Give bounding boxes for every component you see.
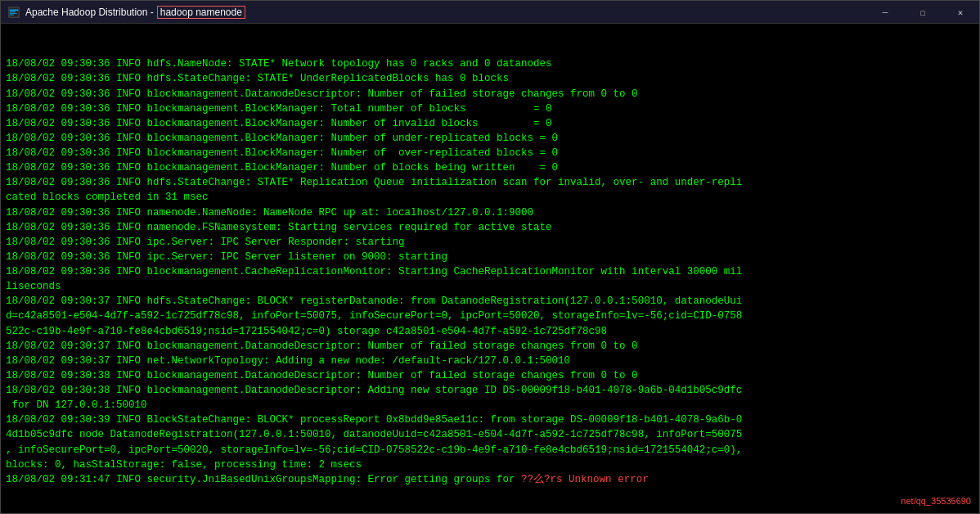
close-button[interactable]: ✕ (942, 1, 979, 24)
window-title: Apache Hadoop Distribution - hadoop name… (25, 6, 245, 19)
window-controls[interactable]: — ☐ ✕ (866, 1, 979, 24)
console-line: 18/08/02 09:30:37 INFO net.NetworkTopolo… (6, 354, 974, 368)
svg-rect-4 (10, 14, 14, 15)
watermark: net/qq_35535690 (901, 495, 971, 508)
title-prefix: Apache Hadoop Distribution - (25, 7, 154, 18)
console-line: d=c42a8501-e504-4d7f-a592-1c725df78c98, … (6, 309, 974, 323)
console-line: 18/08/02 09:30:36 INFO blockmanagement.C… (6, 264, 974, 279)
console-line: cated blocks completed in 31 msec (6, 190, 974, 205)
console-line: 18/08/02 09:30:39 INFO BlockStateChange:… (6, 413, 974, 427)
console-line: 18/08/02 09:30:38 INFO blockmanagement.D… (6, 383, 974, 398)
console-line: 18/08/02 09:30:36 INFO hdfs.NameNode: ST… (6, 56, 974, 71)
console-lines: 18/08/02 09:30:36 INFO hdfs.NameNode: ST… (6, 56, 974, 487)
console-line: 18/08/02 09:30:36 INFO ipc.Server: IPC S… (6, 250, 974, 264)
console-line: 18/08/02 09:30:36 INFO hdfs.StateChange:… (6, 71, 974, 86)
svg-rect-2 (10, 11, 16, 12)
console-line: 18/08/02 09:30:37 INFO blockmanagement.D… (6, 339, 974, 354)
console-line: , infoSecurePort=0, ipcPort=50020, stora… (6, 443, 974, 458)
console-line: 18/08/02 09:30:36 INFO blockmanagement.B… (6, 160, 974, 175)
console-line: 18/08/02 09:30:36 INFO blockmanagement.D… (6, 87, 974, 101)
console-line: 18/08/02 09:30:36 INFO ipc.Server: IPC S… (6, 235, 974, 250)
app-icon (7, 6, 20, 19)
title-command: hadoop namenode (157, 6, 245, 19)
console-line: 18/08/02 09:30:36 INFO namenode.NameNode… (6, 205, 974, 220)
title-bar: Apache Hadoop Distribution - hadoop name… (1, 1, 979, 24)
console-line: 18/08/02 09:31:47 INFO security.JniBased… (6, 472, 974, 487)
console-line: 18/08/02 09:30:36 INFO blockmanagement.B… (6, 131, 974, 146)
console-output: 18/08/02 09:30:36 INFO hdfs.NameNode: ST… (1, 24, 979, 513)
console-line: blocks: 0, hasStalStorage: false, proces… (6, 458, 974, 472)
console-line: 18/08/02 09:30:37 INFO hdfs.StateChange:… (6, 294, 974, 309)
console-line: 18/08/02 09:30:36 INFO namenode.FSNamesy… (6, 220, 974, 235)
maximize-button[interactable]: ☐ (904, 1, 942, 24)
console-line: 18/08/02 09:30:38 INFO blockmanagement.D… (6, 368, 974, 383)
console-line: for DN 127.0.0.1:50010 (6, 398, 974, 413)
console-line: 18/08/02 09:30:36 INFO blockmanagement.B… (6, 101, 974, 116)
console-line: 522c-c19b-4e9f-a710-fe8e4cbd6519;nsid=17… (6, 324, 974, 339)
console-line: 18/08/02 09:30:36 INFO blockmanagement.B… (6, 146, 974, 160)
terminal-window: Apache Hadoop Distribution - hadoop name… (0, 0, 980, 514)
console-line: 18/08/02 09:30:36 INFO blockmanagement.B… (6, 116, 974, 131)
svg-rect-1 (10, 9, 19, 11)
minimize-button[interactable]: — (866, 1, 904, 24)
svg-rect-3 (10, 12, 17, 13)
console-line: liseconds (6, 279, 974, 294)
console-line: 4d1b05c9dfc node DatanodeRegistration(12… (6, 427, 974, 442)
console-line: 18/08/02 09:30:36 INFO hdfs.StateChange:… (6, 175, 974, 190)
